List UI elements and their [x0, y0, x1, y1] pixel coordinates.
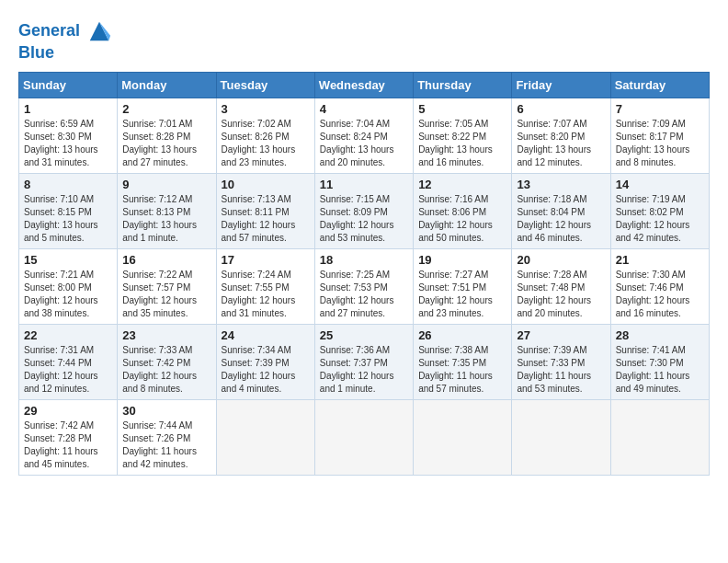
calendar-cell: 9Sunrise: 7:12 AM Sunset: 8:13 PM Daylig…: [118, 173, 216, 248]
calendar-cell: 10Sunrise: 7:13 AM Sunset: 8:11 PM Dayli…: [216, 173, 314, 248]
day-info: Sunrise: 7:12 AM Sunset: 8:13 PM Dayligh…: [122, 193, 210, 245]
day-number: 23: [122, 328, 210, 342]
calendar-cell: [610, 399, 709, 475]
logo-icon: [86, 18, 112, 44]
day-info: Sunrise: 7:34 AM Sunset: 7:39 PM Dayligh…: [222, 344, 310, 396]
calendar-cell: 11Sunrise: 7:15 AM Sunset: 8:09 PM Dayli…: [314, 173, 413, 248]
day-info: Sunrise: 7:07 AM Sunset: 8:20 PM Dayligh…: [517, 118, 605, 169]
day-number: 7: [616, 102, 704, 116]
calendar-cell: 6Sunrise: 7:07 AM Sunset: 8:20 PM Daylig…: [512, 98, 610, 173]
day-number: 4: [320, 102, 408, 116]
day-number: 29: [24, 404, 112, 418]
calendar-cell: 20Sunrise: 7:28 AM Sunset: 7:48 PM Dayli…: [512, 248, 610, 324]
day-info: Sunrise: 7:30 AM Sunset: 7:46 PM Dayligh…: [616, 269, 704, 320]
day-info: Sunrise: 7:18 AM Sunset: 8:04 PM Dayligh…: [517, 193, 605, 245]
calendar-cell: 24Sunrise: 7:34 AM Sunset: 7:39 PM Dayli…: [216, 324, 314, 399]
calendar-week-row: 22Sunrise: 7:31 AM Sunset: 7:44 PM Dayli…: [19, 324, 710, 399]
logo-blue: Blue: [18, 43, 54, 62]
day-info: Sunrise: 7:10 AM Sunset: 8:15 PM Dayligh…: [24, 193, 112, 245]
day-number: 28: [616, 328, 704, 342]
calendar-cell: 22Sunrise: 7:31 AM Sunset: 7:44 PM Dayli…: [19, 324, 118, 399]
calendar-week-row: 15Sunrise: 7:21 AM Sunset: 8:00 PM Dayli…: [19, 248, 710, 324]
day-number: 18: [320, 253, 408, 267]
day-number: 15: [24, 253, 112, 267]
calendar-cell: 29Sunrise: 7:42 AM Sunset: 7:28 PM Dayli…: [19, 399, 118, 475]
day-number: 16: [122, 253, 210, 267]
day-info: Sunrise: 7:22 AM Sunset: 7:57 PM Dayligh…: [122, 269, 210, 320]
weekday-tuesday: Tuesday: [216, 72, 314, 98]
weekday-row: SundayMondayTuesdayWednesdayThursdayFrid…: [19, 72, 710, 98]
calendar-week-row: 1Sunrise: 6:59 AM Sunset: 8:30 PM Daylig…: [19, 98, 710, 173]
calendar-cell: 19Sunrise: 7:27 AM Sunset: 7:51 PM Dayli…: [414, 248, 512, 324]
calendar-cell: 4Sunrise: 7:04 AM Sunset: 8:24 PM Daylig…: [314, 98, 413, 173]
day-number: 1: [24, 102, 112, 116]
calendar-cell: 27Sunrise: 7:39 AM Sunset: 7:33 PM Dayli…: [512, 324, 610, 399]
day-number: 10: [222, 178, 310, 191]
day-info: Sunrise: 7:05 AM Sunset: 8:22 PM Dayligh…: [418, 118, 506, 169]
day-number: 5: [418, 102, 506, 116]
day-info: Sunrise: 7:16 AM Sunset: 8:06 PM Dayligh…: [418, 193, 506, 245]
calendar-cell: 18Sunrise: 7:25 AM Sunset: 7:53 PM Dayli…: [314, 248, 413, 324]
day-info: Sunrise: 7:13 AM Sunset: 8:11 PM Dayligh…: [222, 193, 310, 245]
day-info: Sunrise: 7:09 AM Sunset: 8:17 PM Dayligh…: [616, 118, 704, 169]
day-number: 11: [320, 178, 408, 191]
calendar-cell: 5Sunrise: 7:05 AM Sunset: 8:22 PM Daylig…: [414, 98, 512, 173]
calendar-cell: 25Sunrise: 7:36 AM Sunset: 7:37 PM Dayli…: [314, 324, 413, 399]
day-info: Sunrise: 7:02 AM Sunset: 8:26 PM Dayligh…: [222, 118, 310, 169]
weekday-wednesday: Wednesday: [314, 72, 413, 98]
calendar-body: 1Sunrise: 6:59 AM Sunset: 8:30 PM Daylig…: [19, 98, 710, 475]
calendar-cell: 28Sunrise: 7:41 AM Sunset: 7:30 PM Dayli…: [610, 324, 709, 399]
calendar-header: SundayMondayTuesdayWednesdayThursdayFrid…: [19, 72, 710, 98]
calendar-cell: 17Sunrise: 7:24 AM Sunset: 7:55 PM Dayli…: [216, 248, 314, 324]
day-number: 2: [122, 102, 210, 116]
day-number: 21: [616, 253, 704, 267]
day-info: Sunrise: 7:15 AM Sunset: 8:09 PM Dayligh…: [320, 193, 408, 245]
day-number: 14: [616, 178, 704, 191]
calendar-cell: 23Sunrise: 7:33 AM Sunset: 7:42 PM Dayli…: [118, 324, 216, 399]
calendar-cell: 8Sunrise: 7:10 AM Sunset: 8:15 PM Daylig…: [19, 173, 118, 248]
day-number: 19: [418, 253, 506, 267]
calendar-week-row: 29Sunrise: 7:42 AM Sunset: 7:28 PM Dayli…: [19, 399, 710, 475]
calendar-cell: [512, 399, 610, 475]
day-info: Sunrise: 7:19 AM Sunset: 8:02 PM Dayligh…: [616, 193, 704, 245]
day-number: 24: [222, 328, 310, 342]
day-number: 22: [24, 328, 112, 342]
day-number: 8: [24, 178, 112, 191]
calendar-cell: [216, 399, 314, 475]
day-info: Sunrise: 7:21 AM Sunset: 8:00 PM Dayligh…: [24, 269, 112, 320]
day-info: Sunrise: 7:28 AM Sunset: 7:48 PM Dayligh…: [517, 269, 605, 320]
calendar-week-row: 8Sunrise: 7:10 AM Sunset: 8:15 PM Daylig…: [19, 173, 710, 248]
calendar-cell: 2Sunrise: 7:01 AM Sunset: 8:28 PM Daylig…: [118, 98, 216, 173]
day-info: Sunrise: 7:38 AM Sunset: 7:35 PM Dayligh…: [418, 344, 506, 396]
day-info: Sunrise: 7:33 AM Sunset: 7:42 PM Dayligh…: [122, 344, 210, 396]
calendar-cell: 1Sunrise: 6:59 AM Sunset: 8:30 PM Daylig…: [19, 98, 118, 173]
calendar-cell: 13Sunrise: 7:18 AM Sunset: 8:04 PM Dayli…: [512, 173, 610, 248]
logo: General Blue: [18, 18, 112, 63]
day-number: 6: [517, 102, 605, 116]
day-info: Sunrise: 7:36 AM Sunset: 7:37 PM Dayligh…: [320, 344, 408, 396]
calendar-cell: 30Sunrise: 7:44 AM Sunset: 7:26 PM Dayli…: [118, 399, 216, 475]
calendar-cell: 3Sunrise: 7:02 AM Sunset: 8:26 PM Daylig…: [216, 98, 314, 173]
page-header: General Blue: [18, 18, 710, 63]
day-info: Sunrise: 7:41 AM Sunset: 7:30 PM Dayligh…: [616, 344, 704, 396]
calendar-cell: 15Sunrise: 7:21 AM Sunset: 8:00 PM Dayli…: [19, 248, 118, 324]
calendar-cell: 21Sunrise: 7:30 AM Sunset: 7:46 PM Dayli…: [610, 248, 709, 324]
day-number: 20: [517, 253, 605, 267]
day-number: 30: [122, 404, 210, 418]
weekday-saturday: Saturday: [610, 72, 709, 98]
weekday-friday: Friday: [512, 72, 610, 98]
weekday-thursday: Thursday: [414, 72, 512, 98]
calendar-table: SundayMondayTuesdayWednesdayThursdayFrid…: [18, 72, 710, 476]
day-number: 3: [222, 102, 310, 116]
calendar-cell: 12Sunrise: 7:16 AM Sunset: 8:06 PM Dayli…: [414, 173, 512, 248]
calendar-cell: [414, 399, 512, 475]
day-info: Sunrise: 7:01 AM Sunset: 8:28 PM Dayligh…: [122, 118, 210, 169]
day-number: 9: [122, 178, 210, 191]
calendar-cell: 26Sunrise: 7:38 AM Sunset: 7:35 PM Dayli…: [414, 324, 512, 399]
day-info: Sunrise: 7:25 AM Sunset: 7:53 PM Dayligh…: [320, 269, 408, 320]
weekday-monday: Monday: [118, 72, 216, 98]
day-number: 17: [222, 253, 310, 267]
day-number: 26: [418, 328, 506, 342]
calendar-cell: 14Sunrise: 7:19 AM Sunset: 8:02 PM Dayli…: [610, 173, 709, 248]
day-number: 12: [418, 178, 506, 191]
